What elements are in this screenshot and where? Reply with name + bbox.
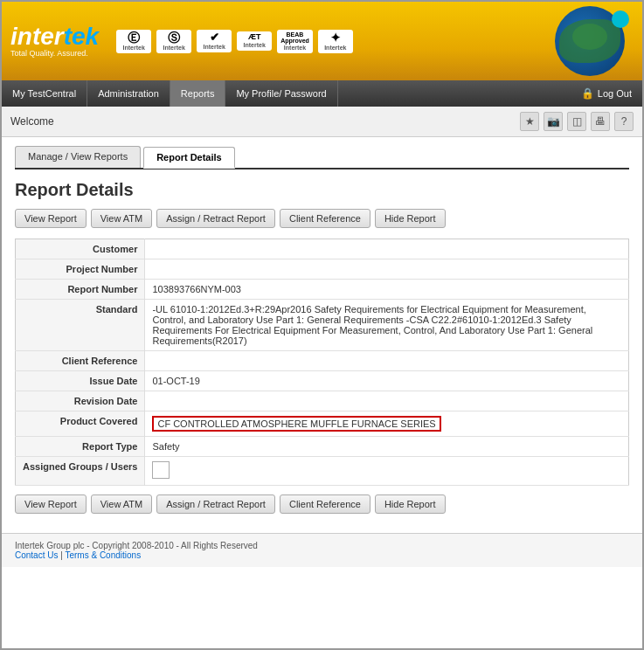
label-standard: Standard	[16, 300, 145, 351]
value-revision-date	[145, 391, 629, 411]
header-badges: Ⓔ Intertek Ⓢ Intertek ✔ Intertek ÆT Inte…	[116, 30, 555, 53]
help-icon[interactable]: ?	[614, 112, 634, 131]
table-row-standard: Standard -UL 61010-1:2012Ed.3+R:29Apr201…	[16, 300, 629, 351]
label-customer: Customer	[16, 239, 145, 259]
tagline: Total Quality. Assured.	[10, 49, 88, 58]
navbar: My TestCentral Administration Reports My…	[2, 80, 642, 107]
value-assigned-groups	[145, 457, 629, 486]
welcome-bar: Welcome ★ 📷 ◫ 🖶 ?	[2, 107, 642, 137]
hide-report-top-button[interactable]: Hide Report	[375, 209, 446, 228]
assign-retract-top-button[interactable]: Assign / Retract Report	[156, 209, 275, 228]
header: intertek Total Quality. Assured. Ⓔ Inter…	[2, 2, 642, 80]
footer-contact-link[interactable]: Contact Us	[15, 550, 58, 560]
logo: intertek Total Quality. Assured.	[10, 24, 99, 58]
value-issue-date: 01-OCT-19	[145, 371, 629, 391]
badge-etl: Ⓔ Intertek	[116, 30, 151, 53]
label-product-covered: Product Covered	[16, 411, 145, 437]
table-row-assigned-groups: Assigned Groups / Users	[16, 457, 629, 486]
hide-report-bottom-button[interactable]: Hide Report	[375, 494, 446, 514]
nav-my-testcentral[interactable]: My TestCentral	[2, 80, 87, 107]
view-report-top-button[interactable]: View Report	[15, 209, 87, 228]
label-project-number: Project Number	[16, 259, 145, 280]
view-atm-bottom-button[interactable]: View ATM	[91, 494, 153, 514]
client-reference-top-button[interactable]: Client Reference	[280, 209, 370, 228]
footer-terms-link[interactable]: Terms & Conditions	[65, 550, 141, 560]
label-assigned-groups: Assigned Groups / Users	[16, 457, 145, 486]
teal-circle	[612, 10, 629, 28]
tabs-row: Manage / View Reports Report Details	[15, 146, 629, 169]
logo-text: intertek	[10, 24, 99, 49]
welcome-icons: ★ 📷 ◫ 🖶 ?	[520, 112, 634, 131]
printer-icon[interactable]: 🖶	[591, 112, 610, 131]
value-product-covered: CF CONTROLLED ATMOSPHERE MUFFLE FURNACE …	[145, 411, 629, 437]
table-row-product-covered: Product Covered CF CONTROLLED ATMOSPHERE…	[16, 411, 629, 437]
value-client-reference	[145, 351, 629, 371]
badge-s: Ⓢ Intertek	[156, 30, 191, 53]
table-row-client-reference: Client Reference	[16, 351, 629, 371]
badge-star: ✦ Intertek	[318, 30, 353, 53]
nav-administration[interactable]: Administration	[87, 80, 170, 107]
logout-label: Log Out	[598, 88, 632, 99]
tab-manage-view-reports[interactable]: Manage / View Reports	[15, 146, 141, 168]
value-project-number	[145, 259, 629, 280]
details-table: Customer Project Number Report Number 10…	[15, 239, 629, 486]
label-client-reference: Client Reference	[16, 351, 145, 371]
btn-row-bottom: View Report View ATM Assign / Retract Re…	[15, 494, 629, 514]
table-row-customer: Customer	[16, 239, 629, 259]
camera-icon[interactable]: 📷	[544, 112, 563, 131]
value-standard: -UL 61010-1:2012Ed.3+R:29Apr2016 Safety …	[145, 300, 629, 351]
view-atm-top-button[interactable]: View ATM	[91, 209, 153, 228]
assign-retract-bottom-button[interactable]: Assign / Retract Report	[156, 494, 275, 514]
lock-icon: 🔒	[581, 87, 594, 100]
main-content: Manage / View Reports Report Details Rep…	[2, 137, 642, 533]
btn-row-top: View Report View ATM Assign / Retract Re…	[15, 209, 629, 228]
value-customer	[145, 239, 629, 259]
label-report-number: Report Number	[16, 280, 145, 300]
value-report-type: Safety	[145, 437, 629, 457]
value-report-number: 103893766NYM-003	[145, 280, 629, 300]
nav-profile[interactable]: My Profile/ Password	[225, 80, 337, 107]
table-row-revision-date: Revision Date	[16, 391, 629, 411]
table-row-project-number: Project Number	[16, 259, 629, 280]
label-report-type: Report Type	[16, 437, 145, 457]
section-title: Report Details	[15, 180, 629, 200]
monitor-icon[interactable]: ◫	[567, 112, 586, 131]
table-row-report-number: Report Number 103893766NYM-003	[16, 280, 629, 300]
assigned-input-box	[152, 461, 170, 479]
footer-copyright: Intertek Group plc - Copyright 2008-2010…	[15, 541, 629, 550]
rss-icon[interactable]: ★	[520, 112, 539, 131]
logout-button[interactable]: 🔒 Log Out	[571, 80, 642, 107]
client-reference-bottom-button[interactable]: Client Reference	[280, 494, 370, 514]
welcome-text: Welcome	[10, 115, 54, 128]
product-highlight: CF CONTROLLED ATMOSPHERE MUFFLE FURNACE …	[152, 416, 440, 432]
badge-beab: BEABApproved Intertek	[277, 30, 313, 53]
nav-reports[interactable]: Reports	[170, 80, 226, 107]
label-issue-date: Issue Date	[16, 371, 145, 391]
view-report-bottom-button[interactable]: View Report	[15, 494, 87, 514]
page-footer: Intertek Group plc - Copyright 2008-2010…	[2, 533, 642, 567]
footer-links: Contact Us | Terms & Conditions	[15, 550, 629, 560]
table-row-report-type: Report Type Safety	[16, 437, 629, 457]
table-row-issue-date: Issue Date 01-OCT-19	[16, 371, 629, 391]
tab-report-details[interactable]: Report Details	[143, 147, 235, 169]
badge-check: ✔ Intertek	[197, 30, 232, 52]
badge-aet: ÆT Intertek	[237, 31, 272, 51]
label-revision-date: Revision Date	[16, 391, 145, 411]
